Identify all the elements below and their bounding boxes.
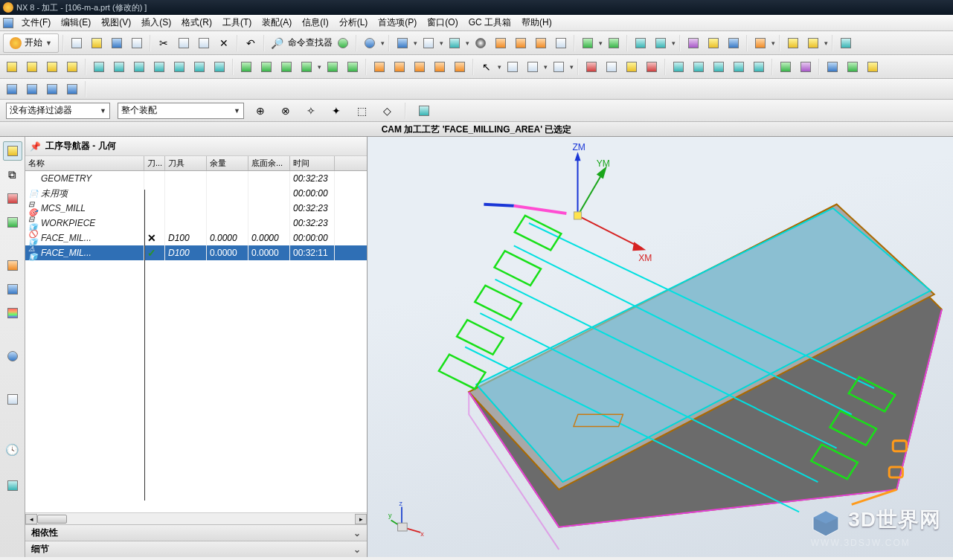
col-name[interactable]: 名称 [25, 156, 144, 170]
op1-icon[interactable] [3, 58, 21, 76]
scroll-left-icon[interactable]: ◂ [25, 514, 37, 524]
layer3-icon[interactable] [532, 34, 550, 52]
col-bottom[interactable]: 底面余... [248, 156, 290, 170]
ext10-icon[interactable] [864, 58, 882, 76]
snap-g-icon[interactable] [415, 102, 433, 120]
ext8-icon[interactable] [824, 58, 841, 76]
menu-pref[interactable]: 首选项(P) [373, 16, 422, 29]
op8-icon[interactable] [150, 58, 168, 76]
snap3-icon[interactable] [43, 80, 61, 98]
ext6-icon[interactable] [777, 58, 795, 76]
scroll-right-icon[interactable]: ▸ [355, 514, 367, 524]
print-icon[interactable] [128, 34, 146, 52]
paste-icon[interactable] [195, 34, 213, 52]
menu-format[interactable]: 格式(R) [176, 16, 217, 29]
ext4-icon[interactable] [730, 58, 748, 76]
nav-roles-icon[interactable] [3, 476, 22, 495]
save-icon[interactable] [108, 34, 126, 52]
asm2-icon[interactable] [652, 34, 670, 52]
menu-view[interactable]: 视图(V) [96, 16, 136, 29]
scope-combo[interactable]: 整个装配 ▼ [118, 103, 244, 119]
snap-f-icon[interactable]: ◇ [378, 102, 396, 120]
command-finder[interactable]: 🔎 命令查找器 [269, 34, 352, 52]
menu-file[interactable]: 文件(F) [16, 16, 56, 29]
ext3-icon[interactable] [710, 58, 728, 76]
post1-icon[interactable] [370, 58, 388, 76]
col-remain[interactable]: 余量 [207, 156, 248, 170]
measure-icon[interactable] [784, 34, 802, 52]
gen4-icon[interactable] [298, 58, 315, 76]
sel2-icon[interactable] [504, 58, 522, 76]
copy-icon[interactable] [175, 34, 193, 52]
gen6-icon[interactable] [344, 58, 362, 76]
layer2-icon[interactable] [512, 34, 530, 52]
sel4-icon[interactable] [550, 58, 568, 76]
new-file-icon[interactable] [68, 34, 86, 52]
menu-gc[interactable]: GC 工具箱 [463, 16, 516, 29]
menu-window[interactable]: 窗口(O) [422, 16, 463, 29]
sel3-icon[interactable] [524, 58, 542, 76]
op11-icon[interactable] [211, 58, 228, 76]
op6-icon[interactable] [110, 58, 128, 76]
post4-icon[interactable] [431, 58, 449, 76]
snap-d-icon[interactable]: ✦ [327, 102, 345, 120]
menu-insert[interactable]: 插入(S) [136, 16, 176, 29]
misc1-icon[interactable] [684, 34, 702, 52]
op10-icon[interactable] [190, 58, 208, 76]
snap-c-icon[interactable]: ✧ [302, 102, 320, 120]
op7-icon[interactable] [130, 58, 148, 76]
accordion-dependency[interactable]: 相依性 ⌄ [25, 524, 367, 541]
sim-icon[interactable] [583, 58, 600, 76]
nav-assembly-icon[interactable] [3, 256, 22, 275]
cmd-finder-go-icon[interactable] [334, 34, 352, 52]
snap4-icon[interactable] [63, 80, 81, 98]
view-icon[interactable] [420, 34, 437, 52]
ext2-icon[interactable] [690, 58, 707, 76]
filter-combo[interactable]: 没有选择过滤器 ▼ [6, 103, 110, 119]
snap-b-icon[interactable]: ⊗ [277, 102, 295, 120]
misc4-icon[interactable] [751, 34, 769, 52]
render-icon[interactable] [472, 34, 490, 52]
op4-icon[interactable] [63, 58, 81, 76]
nav-method-icon[interactable] [3, 213, 22, 232]
menu-info[interactable]: 信息(I) [297, 16, 333, 29]
nav-clock-icon[interactable]: 🕓 [3, 440, 22, 460]
scroll-thumb[interactable] [37, 515, 67, 524]
3d-viewport[interactable]: ZM YM XM [368, 137, 953, 557]
h-scrollbar[interactable]: ◂ ▸ [25, 512, 367, 524]
csys-icon[interactable] [579, 34, 597, 52]
snap-e-icon[interactable]: ⬚ [353, 102, 370, 120]
sel1-icon[interactable]: ↖ [478, 58, 495, 76]
nav-history-icon[interactable] [3, 390, 22, 409]
misc3-icon[interactable] [725, 34, 742, 52]
csys2-icon[interactable] [605, 34, 623, 52]
sim4-icon[interactable] [643, 58, 661, 76]
delete-icon[interactable]: ✕ [215, 34, 233, 52]
menu-edit[interactable]: 编辑(E) [56, 16, 96, 29]
ext9-icon[interactable] [844, 58, 861, 76]
tree-row[interactable]: ⊟ 🎯MCS_MILL00:32:23 [25, 201, 367, 216]
snap1-icon[interactable] [3, 80, 21, 98]
col-tool[interactable]: 刀具 [165, 156, 207, 170]
nav-operation-icon[interactable] [3, 141, 22, 161]
tree-row[interactable]: ⚠🧊FACE_MIL...✓D1000.00000.000000:32:11 [25, 245, 367, 260]
fit-icon[interactable] [394, 34, 411, 52]
ext1-icon[interactable] [670, 58, 687, 76]
post2-icon[interactable] [391, 58, 408, 76]
snap-a-icon[interactable]: ⊕ [251, 102, 269, 120]
info-icon[interactable] [361, 34, 379, 52]
nav-machine-icon[interactable]: ⧉ [3, 165, 22, 184]
open-file-icon[interactable] [88, 34, 106, 52]
op5-icon[interactable] [90, 58, 108, 76]
misc2-icon[interactable] [705, 34, 722, 52]
menu-assembly[interactable]: 装配(A) [257, 16, 297, 29]
tree-row[interactable]: 📄未用项00:00:00 [25, 186, 367, 201]
measure2-icon[interactable] [804, 34, 822, 52]
tree-row[interactable]: 🚫🧊FACE_MIL...✕D1000.00000.000000:00:00 [25, 231, 367, 245]
operation-tree[interactable]: GEOMETRY00:32:23📄未用项00:00:00⊟ 🎯MCS_MILL0… [25, 171, 367, 512]
tree-row[interactable]: ⊟ 🧊WORKPIECE00:32:23 [25, 216, 367, 231]
start-button[interactable]: 开始 ▼ [3, 33, 59, 53]
layer-icon[interactable] [492, 34, 510, 52]
nav-web-icon[interactable] [3, 347, 22, 366]
menubar[interactable]: 文件(F) 编辑(E) 视图(V) 插入(S) 格式(R) 工具(T) 装配(A… [0, 15, 953, 31]
